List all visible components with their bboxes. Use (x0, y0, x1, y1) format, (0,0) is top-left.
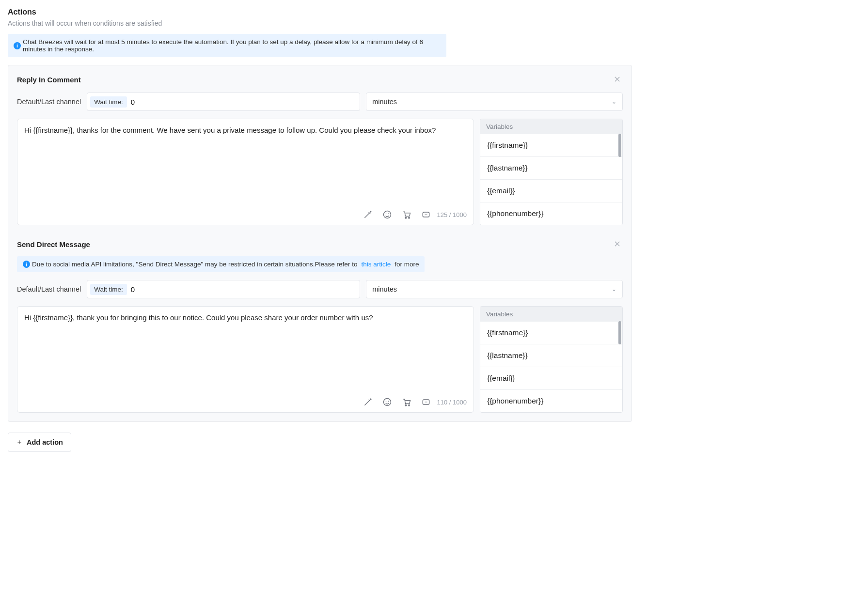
variable-firstname[interactable]: {{firstname}} (480, 322, 622, 344)
message-text[interactable]: Hi {{firstname}}, thank you for bringing… (17, 307, 473, 379)
cart-icon[interactable] (401, 209, 412, 220)
message-editor[interactable]: Hi {{firstname}}, thanks for the comment… (17, 119, 474, 225)
svg-point-10 (388, 401, 389, 402)
action-send-direct-message: Send Direct Message ✕ i Due to social me… (17, 239, 623, 413)
action-title: Reply In Comment (17, 76, 81, 84)
dm-info-alert: i Due to social media API limitations, "… (17, 256, 425, 272)
reply-box-icon[interactable] (421, 397, 431, 407)
action-title: Send Direct Message (17, 240, 90, 248)
scrollbar-thumb[interactable] (618, 134, 621, 157)
variables-panel: Variables {{firstname}} {{lastname}} {{e… (480, 306, 623, 413)
add-action-label: Add action (27, 438, 63, 446)
wait-unit-select[interactable]: minutes ⌄ (366, 280, 623, 298)
wait-unit-select[interactable]: minutes ⌄ (366, 93, 623, 111)
dm-alert-prefix: Due to social media API limitations, "Se… (32, 261, 357, 268)
variable-phonenumber[interactable]: {{phonenumber}} (480, 202, 622, 225)
add-action-button[interactable]: ＋ Add action (8, 433, 71, 452)
variables-header: Variables (480, 307, 622, 322)
chevron-down-icon: ⌄ (612, 98, 616, 105)
emoji-icon[interactable] (382, 209, 393, 220)
info-icon: i (23, 261, 30, 268)
svg-rect-13 (423, 400, 429, 404)
wait-unit-value: minutes (372, 285, 397, 293)
dm-alert-suffix: for more (395, 261, 419, 268)
magic-wand-icon[interactable] (363, 209, 373, 220)
svg-point-9 (385, 401, 386, 402)
reply-box-icon[interactable] (421, 209, 431, 220)
dm-alert-link[interactable]: this article (361, 261, 391, 268)
chevron-down-icon: ⌄ (612, 286, 616, 293)
svg-point-4 (408, 217, 410, 218)
section-header: Actions Actions that will occur when con… (8, 8, 632, 27)
top-alert-text: Chat Breezes will wait for at most 5 min… (23, 38, 441, 53)
wait-time-value[interactable] (131, 98, 160, 106)
svg-point-12 (408, 404, 410, 406)
svg-point-1 (385, 214, 386, 215)
variable-firstname[interactable]: {{firstname}} (480, 134, 622, 157)
close-icon[interactable]: ✕ (612, 74, 623, 85)
wait-unit-value: minutes (372, 98, 397, 106)
variable-lastname[interactable]: {{lastname}} (480, 344, 622, 367)
svg-point-7 (426, 214, 427, 215)
section-title: Actions (8, 8, 632, 16)
variable-lastname[interactable]: {{lastname}} (480, 157, 622, 180)
variables-panel: Variables {{firstname}} {{lastname}} {{e… (480, 119, 623, 225)
editor-toolbar: 110 / 1000 (17, 394, 473, 412)
channel-label: Default/Last channel (17, 285, 81, 293)
svg-point-6 (425, 214, 426, 215)
magic-wand-icon[interactable] (363, 397, 373, 407)
svg-point-8 (383, 399, 391, 406)
svg-point-11 (405, 404, 407, 406)
wait-time-value[interactable] (131, 285, 160, 294)
wait-time-label: Wait time: (90, 284, 127, 295)
svg-rect-5 (423, 212, 429, 217)
section-subtitle: Actions that will occur when conditions … (8, 19, 632, 27)
top-info-alert: i Chat Breezes will wait for at most 5 m… (8, 34, 446, 57)
message-text[interactable]: Hi {{firstname}}, thanks for the comment… (17, 119, 473, 192)
plus-icon: ＋ (16, 438, 23, 447)
actions-container: Reply In Comment ✕ Default/Last channel … (8, 65, 632, 422)
variable-email[interactable]: {{email}} (480, 367, 622, 390)
cart-icon[interactable] (401, 397, 412, 407)
channel-label: Default/Last channel (17, 98, 81, 106)
action-reply-in-comment: Reply In Comment ✕ Default/Last channel … (17, 74, 623, 225)
scrollbar-thumb[interactable] (618, 321, 621, 344)
wait-time-label: Wait time: (90, 96, 127, 108)
variable-phonenumber[interactable]: {{phonenumber}} (480, 390, 622, 412)
message-editor[interactable]: Hi {{firstname}}, thank you for bringing… (17, 306, 474, 413)
svg-point-14 (425, 402, 426, 403)
variables-header: Variables (480, 119, 622, 134)
svg-point-0 (383, 211, 391, 218)
svg-point-2 (388, 214, 389, 215)
char-count: 125 / 1000 (437, 211, 467, 218)
close-icon[interactable]: ✕ (612, 239, 623, 249)
char-count: 110 / 1000 (437, 399, 467, 406)
editor-toolbar: 125 / 1000 (17, 206, 473, 225)
emoji-icon[interactable] (382, 397, 393, 407)
svg-point-15 (426, 402, 427, 403)
variable-email[interactable]: {{email}} (480, 180, 622, 202)
svg-point-3 (405, 217, 407, 218)
wait-time-input-wrapper[interactable]: Wait time: (87, 280, 360, 298)
wait-time-input-wrapper[interactable]: Wait time: (87, 93, 360, 111)
info-icon: i (14, 42, 21, 49)
